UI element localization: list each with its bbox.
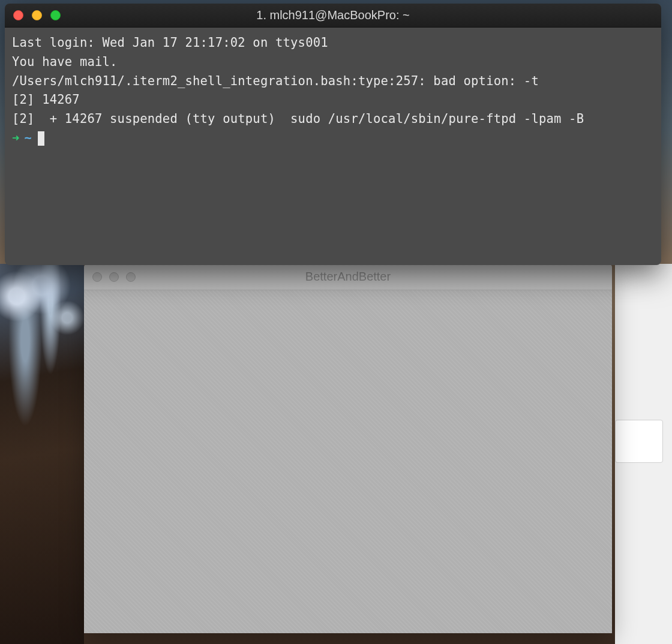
terminal-line: [2] + 14267 suspended (tty output) sudo … <box>12 110 654 129</box>
minimize-button[interactable] <box>32 10 42 20</box>
betterandbetter-traffic-lights <box>84 272 136 282</box>
background-panel <box>615 264 672 644</box>
desktop-wallpaper-snow <box>0 264 84 372</box>
terminal-output[interactable]: Last login: Wed Jan 17 21:17:02 on ttys0… <box>5 28 661 154</box>
betterandbetter-titlebar[interactable]: BetterAndBetter <box>84 264 612 290</box>
terminal-line: [2] 14267 <box>12 91 654 110</box>
prompt-path: ~ <box>25 129 32 148</box>
terminal-line: Last login: Wed Jan 17 21:17:02 on ttys0… <box>12 34 654 53</box>
maximize-button[interactable] <box>50 10 61 20</box>
terminal-titlebar[interactable]: 1. mlch911@MacBookPro: ~ <box>5 4 661 28</box>
terminal-window: 1. mlch911@MacBookPro: ~ Last login: Wed… <box>5 4 661 265</box>
terminal-line: /Users/mlch911/.iterm2_shell_integration… <box>12 72 654 91</box>
maximize-button-inactive[interactable] <box>126 272 136 282</box>
betterandbetter-window: BetterAndBetter <box>84 264 612 633</box>
minimize-button-inactive[interactable] <box>109 272 119 282</box>
close-button[interactable] <box>13 10 23 20</box>
close-button-inactive[interactable] <box>92 272 102 282</box>
terminal-line: You have mail. <box>12 53 654 72</box>
terminal-title: 1. mlch911@MacBookPro: ~ <box>5 8 661 22</box>
prompt-arrow-icon: ➜ <box>12 129 20 148</box>
terminal-prompt[interactable]: ➜ ~ <box>12 129 654 148</box>
terminal-cursor <box>38 131 44 146</box>
betterandbetter-body[interactable] <box>84 290 612 633</box>
betterandbetter-title: BetterAndBetter <box>84 270 612 284</box>
terminal-traffic-lights <box>5 10 61 20</box>
